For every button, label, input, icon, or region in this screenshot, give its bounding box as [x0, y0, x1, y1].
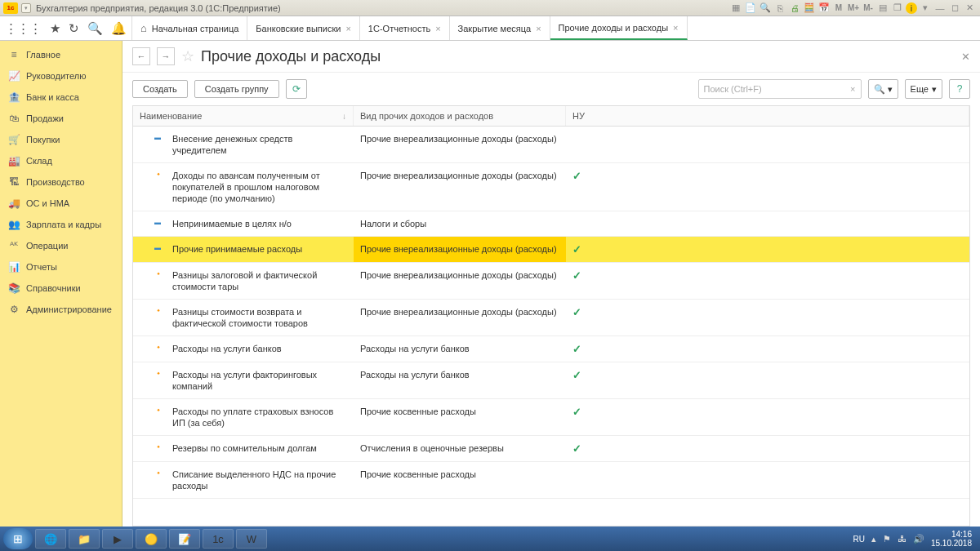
search-mode-drop[interactable]: 🔍 ▾ — [868, 79, 898, 99]
refresh-button[interactable]: ⟳ — [286, 79, 307, 99]
sidebar-label: Зарплата и кадры — [26, 220, 101, 229]
tab-1[interactable]: Банковские выписки× — [247, 16, 360, 40]
row-kind: Налоги и сборы — [354, 211, 566, 236]
col-kind-header[interactable]: Вид прочих доходов и расходов — [354, 106, 566, 126]
tb-icon-m[interactable]: M — [832, 2, 845, 15]
task-explorer[interactable]: 📁 — [69, 529, 100, 549]
tb-icon-win[interactable]: ❐ — [891, 2, 904, 15]
window-minimize[interactable]: — — [933, 2, 947, 15]
table-row[interactable]: Резервы по сомнительным долгамОтчисления… — [133, 436, 969, 462]
tab-close-icon[interactable]: × — [673, 23, 678, 33]
sidebar-item-3[interactable]: 🛍Продажи — [0, 108, 122, 129]
app-logo: 1c — [3, 2, 18, 14]
tb-icon-mminus[interactable]: M- — [862, 2, 875, 15]
tb-icon-2[interactable]: 📄 — [744, 2, 757, 15]
tray-flag-icon[interactable]: ⚑ — [883, 534, 891, 544]
sidebar-item-9[interactable]: ᴬᴷОперации — [0, 235, 122, 256]
tb-icon-drop[interactable]: ▾ — [919, 2, 932, 15]
apps-icon[interactable]: ⋮⋮⋮ — [5, 21, 42, 36]
row-nu: ✓ — [566, 163, 969, 211]
table-row[interactable]: Расходы на услуги факторинговых компаний… — [133, 362, 969, 399]
tb-icon-calc[interactable]: 🧮 — [803, 2, 816, 15]
create-group-button[interactable]: Создать группу — [194, 80, 279, 98]
app-menu-drop[interactable]: ▾ — [21, 3, 31, 13]
task-word[interactable]: W — [236, 529, 267, 549]
help-icon[interactable]: i — [906, 2, 917, 14]
tab-3[interactable]: Закрытие месяца× — [450, 16, 550, 40]
table-row[interactable]: ▬Непринимаемые в целях н/оНалоги и сборы — [133, 211, 969, 237]
tb-icon-cal[interactable]: 📅 — [817, 2, 831, 15]
task-chrome[interactable]: 🟡 — [136, 529, 167, 549]
tb-icon-4[interactable]: ⎘ — [773, 2, 786, 15]
search-clear-icon[interactable]: × — [850, 84, 855, 94]
tb-icon-1[interactable]: ▦ — [729, 2, 742, 15]
search-icon[interactable]: 🔍 — [87, 21, 103, 36]
more-button[interactable]: Еще ▾ — [905, 79, 942, 99]
search-input[interactable]: Поиск (Ctrl+F) × — [698, 79, 862, 99]
tab-4[interactable]: Прочие доходы и расходы× — [550, 16, 688, 40]
page-close-icon[interactable]: ✕ — [961, 51, 970, 63]
sidebar-item-4[interactable]: 🛒Покупки — [0, 129, 122, 150]
tb-icon-mplus[interactable]: M+ — [847, 2, 860, 15]
table-row[interactable]: Разницы залоговой и фактической стоимост… — [133, 263, 969, 300]
create-button[interactable]: Создать — [132, 80, 188, 98]
sidebar-item-11[interactable]: 📚Справочники — [0, 278, 122, 299]
tab-2[interactable]: 1С-Отчетность× — [360, 16, 450, 40]
tray-clock[interactable]: 14:16 15.10.2018 — [931, 530, 972, 548]
sidebar-icon: ⚙ — [8, 304, 20, 315]
sidebar-item-6[interactable]: 🏗Производство — [0, 171, 122, 193]
task-notes[interactable]: 📝 — [169, 529, 200, 549]
tab-0[interactable]: ⌂Начальная страница — [132, 16, 247, 40]
row-name: Внесение денежных средств учредителем — [172, 133, 347, 156]
table-row[interactable]: Доходы по авансам полученным от покупате… — [133, 163, 969, 211]
table-row[interactable]: Разницы стоимости возврата и фактической… — [133, 300, 969, 336]
table-row[interactable]: ▬Внесение денежных средств учредителемПр… — [133, 127, 969, 163]
col-name-header[interactable]: Наименование↓ — [133, 106, 354, 126]
tray-up-icon[interactable]: ▴ — [871, 534, 876, 544]
row-name: Непринимаемые в целях н/о — [172, 218, 347, 229]
row-nu: ✓ — [566, 399, 969, 435]
sidebar-item-0[interactable]: ≡Главное — [0, 44, 122, 65]
window-maximize[interactable]: ◻ — [948, 2, 961, 15]
tab-close-icon[interactable]: × — [435, 24, 440, 33]
sidebar-item-2[interactable]: 🏦Банк и касса — [0, 87, 122, 108]
sidebar-item-12[interactable]: ⚙Администрирование — [0, 299, 122, 320]
table-row[interactable]: Расходы на услуги банковРасходы на услуг… — [133, 336, 969, 362]
col-nu-header[interactable]: НУ — [566, 106, 969, 126]
window-close[interactable]: ✕ — [963, 2, 976, 15]
row-kind: Прочие косвенные расходы — [354, 462, 566, 498]
fav-icon[interactable]: ★ — [50, 21, 60, 36]
sidebar-icon: ≡ — [8, 49, 20, 60]
help-button[interactable]: ? — [949, 79, 970, 99]
sidebar-item-10[interactable]: 📊Отчеты — [0, 256, 122, 278]
tb-icon-grid[interactable]: ▤ — [876, 2, 889, 15]
nav-forward[interactable]: → — [157, 47, 175, 65]
table-row[interactable]: Расходы по уплате страховых взносов ИП (… — [133, 399, 969, 436]
task-media[interactable]: ▶ — [102, 529, 133, 549]
sidebar-item-7[interactable]: 🚚ОС и НМА — [0, 193, 122, 214]
tab-close-icon[interactable]: × — [345, 24, 350, 33]
row-name: Списание выделенного НДС на прочие расхо… — [172, 469, 347, 491]
bell-icon[interactable]: 🔔 — [111, 21, 127, 36]
tb-icon-print[interactable]: 🖨 — [788, 2, 801, 15]
favorite-star-icon[interactable]: ☆ — [181, 47, 194, 65]
table-row[interactable]: Списание выделенного НДС на прочие расхо… — [133, 462, 969, 499]
nav-back[interactable]: ← — [132, 47, 150, 65]
tray-vol-icon[interactable]: 🔊 — [913, 534, 924, 544]
tb-icon-3[interactable]: 🔍 — [759, 2, 772, 15]
history-icon[interactable]: ↻ — [69, 21, 79, 36]
sidebar-item-5[interactable]: 🏭Склад — [0, 150, 122, 171]
sidebar-item-1[interactable]: 📈Руководителю — [0, 65, 122, 87]
sidebar-item-8[interactable]: 👥Зарплата и кадры — [0, 214, 122, 235]
row-icon — [154, 307, 166, 314]
task-ie[interactable]: 🌐 — [35, 529, 66, 549]
table-row[interactable]: ▬Прочие принимаемые расходыПрочие внереа… — [133, 237, 969, 263]
row-nu: ✓ — [566, 263, 969, 299]
tray-net-icon[interactable]: 🖧 — [898, 534, 906, 544]
task-1c[interactable]: 1c — [203, 529, 234, 549]
tab-label: Банковские выписки — [256, 24, 341, 33]
row-nu: ✓ — [566, 336, 969, 362]
start-button[interactable]: ⊞ — [3, 528, 33, 549]
tab-close-icon[interactable]: × — [536, 24, 541, 33]
tray-lang[interactable]: RU — [853, 535, 864, 544]
